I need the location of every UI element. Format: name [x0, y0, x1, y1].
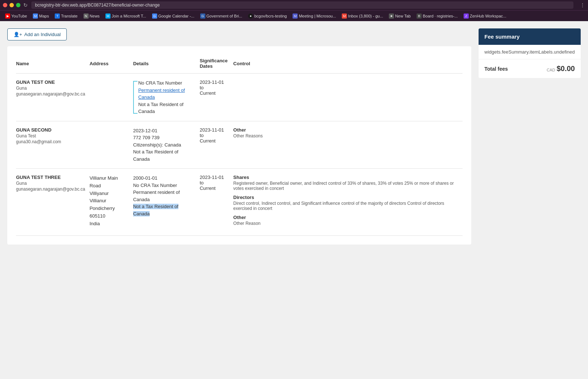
maps-icon: M: [33, 13, 38, 19]
meeting-icon: M: [293, 13, 298, 19]
row3-address-cell: Villianur Main Road Villiyanur Villianur…: [89, 169, 133, 236]
gcal-icon: G: [152, 13, 157, 19]
row2-control-type: Other: [233, 127, 458, 133]
bookmark-zenhub[interactable]: Z ZenHub Workspac...: [461, 12, 508, 20]
microsoft-icon: M: [105, 13, 111, 19]
row2-control-desc: Other Reasons: [233, 133, 458, 138]
browser-chrome: ↻ bcregistry-btr-dev.web.app/BC0871427/b…: [0, 0, 588, 10]
fee-summary-box: Fee summary widgets.feeSummary.itemLabel…: [479, 28, 581, 78]
address-bar[interactable]: bcregistry-btr-dev.web.app/BC0871427/ben…: [31, 1, 573, 9]
row1-name-cell: GUNA TEST ONE Guna gunasegaran.nagarajan…: [16, 74, 89, 121]
bookmark-gcal-label: Google Calendar -...: [158, 14, 194, 18]
row3-shares-type: Shares: [233, 175, 458, 180]
bookmark-newtab[interactable]: ★ New Tab: [387, 12, 413, 20]
bookmark-translate[interactable]: T Translate: [53, 12, 80, 20]
bookmark-inbox-label: Inbox (3,800) - gu...: [348, 14, 383, 18]
bookmark-board-label: Board · registries-...: [423, 14, 458, 18]
row3-name: GUNA TEST THREE: [16, 175, 85, 180]
table-row: GUNA TEST ONE Guna gunasegaran.nagarajan…: [16, 74, 463, 121]
individuals-table-container: Name Address Details SignificanceDates C…: [7, 46, 471, 245]
row2-detail-resident: Not a Tax Resident of Canada: [133, 149, 178, 162]
bookmark-news[interactable]: N News: [81, 12, 102, 20]
col-control: Control: [233, 55, 463, 74]
row2-detail-citizenship: Citizenship(s): Canada: [133, 142, 181, 148]
bookmark-gcal[interactable]: G Google Calendar -...: [150, 12, 197, 20]
bookmark-gov-label: Government of Bri...: [206, 14, 242, 18]
row1-name: GUNA TEST ONE: [16, 79, 85, 85]
row2-sub1: Guna Test: [16, 133, 85, 138]
bookmark-bcgov[interactable]: ● bcgov/bcrs-testing: [246, 12, 289, 20]
row3-control-cell: Shares Registered owner, Beneficial owne…: [233, 169, 463, 236]
bookmark-microsoft[interactable]: M Join a Microsoft T...: [103, 12, 148, 20]
row1-detail-3: Not a Tax Resident of Canada: [138, 102, 183, 114]
row2-details-cell: 2023-12-01 772 709 739 Citizenship(s): C…: [133, 121, 200, 169]
add-individual-label: Add an Individual: [24, 32, 61, 37]
bookmark-newtab-label: New Tab: [395, 14, 411, 18]
bookmark-youtube-label: YouTube: [11, 14, 27, 18]
row3-addr-4: Pondicherry 605110: [89, 206, 115, 219]
page-container: 👤+ Add an Individual Name Address Detail…: [0, 21, 588, 379]
fee-sidebar: Fee summary widgets.feeSummary.itemLabel…: [479, 28, 581, 372]
bookmark-bcgov-label: bcgov/bcrs-testing: [254, 14, 287, 18]
row1-sig-dates-cell: 2023-11-01 toCurrent: [200, 74, 233, 121]
minimize-window-button[interactable]: [9, 3, 14, 7]
bookmark-gov[interactable]: G Government of Bri...: [198, 12, 244, 20]
browser-window-controls: [3, 3, 20, 7]
close-window-button[interactable]: [3, 3, 7, 7]
row1-sig-dates: 2023-11-01 toCurrent: [200, 79, 229, 96]
bookmark-translate-label: Translate: [61, 14, 77, 18]
bookmark-youtube[interactable]: ▶ YouTube: [3, 12, 29, 20]
bookmarks-bar: ▶ YouTube M Maps T Translate N News M Jo…: [0, 10, 588, 21]
row3-shares-desc: Registered owner, Beneficial owner, and …: [233, 181, 458, 191]
row3-other-desc: Other Reason: [233, 221, 458, 226]
fee-currency: CAD: [547, 68, 555, 72]
row3-sub2: gunasegaran.nagarajan@gov.bc.ca: [16, 187, 85, 192]
individuals-table: Name Address Details SignificanceDates C…: [16, 55, 463, 236]
bookmark-meeting-label: Meeting | Microsou...: [299, 14, 336, 18]
fee-item-label: widgets.feeSummary.itemLabels.undefined: [479, 45, 581, 59]
table-row: GUNA SECOND Guna Test guna30.na@gmail.co…: [16, 121, 463, 169]
row1-control-cell: [233, 74, 463, 121]
fee-amount: $0.00: [557, 65, 575, 73]
row3-sub1: Guna: [16, 181, 85, 186]
row3-directors-desc: Direct control, Indirect control, and Si…: [233, 201, 458, 211]
bookmark-inbox[interactable]: M Inbox (3,800) - gu...: [340, 12, 385, 20]
bookmark-news-label: News: [90, 14, 100, 18]
fee-summary-header: Fee summary: [479, 28, 581, 45]
row3-details-cell: 2000-01-01 No CRA Tax Number Permanent r…: [133, 169, 200, 236]
col-address: Address: [89, 55, 133, 74]
row2-detail-tax: 772 709 739: [133, 135, 159, 140]
row2-address-cell: [89, 121, 133, 169]
bcgov-icon: ●: [248, 13, 253, 19]
row3-sig-dates: 2023-11-01 toCurrent: [200, 175, 229, 191]
row1-details-cell: No CRA Tax Number Permanent resident of …: [133, 74, 200, 121]
translate-icon: T: [55, 13, 60, 19]
fee-total-amount-container: CAD$0.00: [547, 65, 575, 73]
row2-detail-date: 2023-12-01: [133, 128, 158, 133]
row2-sub2: guna30.na@gmail.com: [16, 139, 85, 144]
fee-total-label: Total fees: [484, 66, 508, 72]
col-name: Name: [16, 55, 89, 74]
bookmark-maps[interactable]: M Maps: [31, 12, 51, 20]
row2-control-cell: Other Other Reasons: [233, 121, 463, 169]
bookmark-board[interactable]: B Board · registries-...: [414, 12, 460, 20]
row3-other-type: Other: [233, 215, 458, 220]
youtube-icon: ▶: [5, 13, 10, 19]
row3-directors-type: Directors: [233, 195, 458, 200]
board-icon: B: [417, 13, 422, 19]
row2-sig-dates: 2023-11-01 toCurrent: [200, 127, 229, 144]
row3-detail-resident: Permanent resident of Canada: [133, 190, 180, 202]
zenhub-icon: Z: [464, 13, 469, 19]
add-individual-button[interactable]: 👤+ Add an Individual: [7, 28, 67, 40]
bookmark-meeting[interactable]: M Meeting | Microsou...: [290, 12, 338, 20]
bookmark-microsoft-label: Join a Microsoft T...: [112, 14, 146, 18]
more-options-icon[interactable]: ⋮: [580, 2, 585, 8]
maximize-window-button[interactable]: [16, 3, 20, 7]
refresh-icon[interactable]: ↻: [23, 2, 28, 8]
row2-name-cell: GUNA SECOND Guna Test guna30.na@gmail.co…: [16, 121, 89, 169]
row1-address-cell: [89, 74, 133, 121]
bookmark-zenhub-label: ZenHub Workspac...: [470, 14, 506, 18]
row3-addr-3: Villianur: [89, 198, 106, 203]
table-header-row: Name Address Details SignificanceDates C…: [16, 55, 463, 74]
bookmark-maps-label: Maps: [39, 14, 49, 18]
